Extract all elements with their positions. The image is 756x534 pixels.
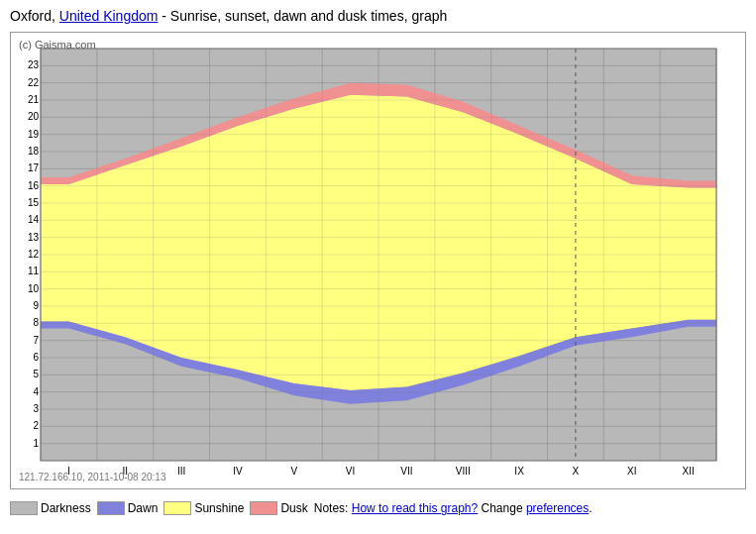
notes-text: Change [478,501,526,515]
watermark: (c) Gaisma.com [19,39,96,51]
title-suffix: - Sunrise, sunset, dawn and dusk times, … [158,8,447,24]
dawn-label: Dawn [128,501,159,515]
legend-item-darkness: Darkness [10,501,91,515]
darkness-swatch [10,501,38,515]
timestamp: 121.72.166.10, 2011-10-08 20:13 [19,472,165,482]
legend-item-dawn: Dawn [97,501,159,515]
dusk-swatch [250,501,277,515]
notes-suffix: . [589,501,592,515]
how-to-read-link[interactable]: How to read this graph? [352,501,478,515]
dusk-label: Dusk [280,501,307,515]
chart-area: (c) Gaisma.com 121.72.166.10, 2011-10-08… [11,33,745,488]
chart-container: (c) Gaisma.com 121.72.166.10, 2011-10-08… [10,32,746,489]
location-link[interactable]: United Kingdom [59,8,159,24]
title-prefix: Oxford, [10,8,59,24]
chart-canvas [11,33,744,488]
page-title: Oxford, United Kingdom - Sunrise, sunset… [0,0,756,28]
legend-item-sunshine: Sunshine [163,501,244,515]
sunshine-label: Sunshine [194,501,244,515]
legend: Darkness Dawn Sunshine Dusk Notes: How t… [0,493,756,523]
dawn-swatch [97,501,125,515]
notes-prefix: Notes: [314,501,352,515]
darkness-label: Darkness [41,501,91,515]
sunshine-swatch [163,501,191,515]
legend-item-dusk: Dusk [250,501,307,515]
notes: Notes: How to read this graph? Change pr… [314,501,593,515]
preferences-link[interactable]: preferences [526,501,589,515]
